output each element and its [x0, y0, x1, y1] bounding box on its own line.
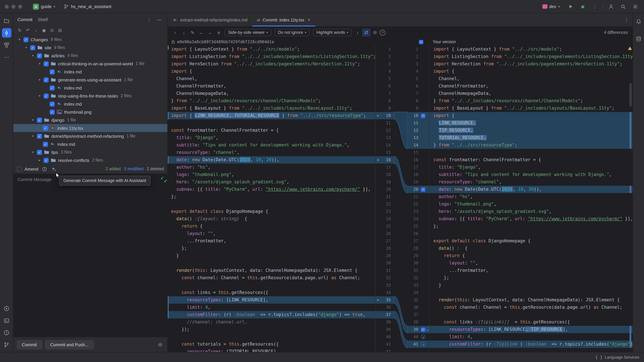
checkbox[interactable]: ✓ [37, 134, 42, 139]
project-tool-icon[interactable] [2, 16, 11, 25]
chevron-down-icon[interactable]: ▾ [38, 62, 42, 65]
tree-row[interactable]: ▾✓dotnet/tips/extract-method-refactoring… [14, 132, 167, 140]
panel-more-icon[interactable]: ⋮ [145, 15, 153, 23]
group-by-icon[interactable]: ⊙ [48, 26, 56, 34]
revert-chunk-icon[interactable]: ↺ [421, 335, 426, 339]
tree-row[interactable]: ▸✓resolve-conflicts2 files [14, 156, 167, 164]
structure-tool-icon[interactable] [2, 40, 11, 50]
previous-file-icon[interactable]: ← [197, 28, 205, 36]
checkbox[interactable]: ✓ [24, 37, 28, 42]
ai-assistant-icon[interactable] [50, 166, 57, 172]
file-list-icon[interactable]: ≡ [215, 28, 223, 36]
user-icon[interactable] [607, 2, 615, 10]
commit-tool-icon[interactable] [2, 28, 11, 37]
tree-row[interactable]: ✓index.11ty.tsx [14, 124, 167, 132]
tree-row[interactable]: ▾✓ai/links4 files [14, 52, 167, 60]
checkbox[interactable]: ✓ [44, 93, 49, 98]
version-control-tool-icon[interactable] [2, 340, 11, 349]
run-config-widget[interactable]: dev ▾ [540, 3, 562, 10]
chunk-checkbox[interactable]: ✓ [421, 187, 425, 192]
refresh-icon[interactable]: ↻ [16, 26, 24, 34]
commit-message-input[interactable]: Commit Message ✓ [14, 174, 167, 337]
hide-panel-icon[interactable]: — [155, 15, 163, 23]
branch-widget[interactable]: hs_new_ai_assistant [61, 3, 114, 10]
checkbox[interactable]: ✓ [50, 85, 55, 90]
checkbox[interactable]: ✓ [37, 150, 42, 155]
debug-button[interactable] [578, 2, 587, 10]
search-icon[interactable] [619, 2, 627, 10]
database-tool-icon[interactable] [634, 34, 643, 43]
chevron-down-icon[interactable]: ▾ [38, 78, 42, 81]
settings-gear-icon[interactable] [631, 2, 639, 10]
tree-row[interactable]: ✓M↓index.md [14, 84, 167, 92]
chunk-checkbox[interactable]: ✓ [421, 113, 425, 118]
chevron-right-icon[interactable]: ▸ [38, 159, 42, 162]
chevron-down-icon[interactable]: ▾ [31, 150, 35, 154]
run-button[interactable] [566, 2, 574, 10]
commit-options-gear-icon[interactable] [156, 341, 164, 349]
warning-icon[interactable] [628, 46, 632, 50]
chunk-marker-icon[interactable]: » [377, 156, 379, 164]
highlight-mode-dropdown[interactable]: Highlight words▾ [313, 29, 352, 36]
show-diff-icon[interactable]: ◉ [40, 26, 48, 34]
chevron-down-icon[interactable]: ▾ [38, 94, 42, 97]
checkbox[interactable]: ✓ [37, 117, 42, 122]
tree-row[interactable]: ✓M↓index.md [14, 100, 167, 108]
window-controls[interactable] [5, 4, 22, 8]
collapse-unchanged-icon[interactable]: ↕ [354, 28, 362, 36]
tab-shelf[interactable]: Shelf [38, 17, 48, 22]
tree-row[interactable]: ✓M↓index.md [14, 68, 167, 76]
tree-row[interactable]: ▾✓generate-tests-using-ai-assistant1 fil… [14, 76, 167, 84]
rollback-icon[interactable]: ↶ [24, 26, 32, 34]
edit-source-icon[interactable]: ✎ [188, 28, 196, 36]
tree-row[interactable]: ✓thumbnail.png [14, 108, 167, 116]
tab-index-md[interactable]: M↓ extract-method-refactoring/index.md [168, 13, 252, 26]
notifications-bell-icon[interactable] [634, 17, 643, 26]
collapse-all-icon[interactable]: ⊟ [56, 26, 64, 34]
commit-button[interactable]: Commit [17, 340, 42, 349]
sync-scroll-icon[interactable] [362, 28, 370, 36]
shelve-icon[interactable]: ↓ [32, 26, 40, 34]
tab-commit-diff[interactable]: ⇄ Commit: index.11ty.tsx ✕ [252, 13, 315, 26]
chunk-checkbox[interactable]: ✓ [421, 327, 425, 332]
more-actions-icon[interactable]: ⋮ [591, 2, 599, 10]
amend-checkbox[interactable]: ✓ [17, 166, 22, 171]
chevron-down-icon[interactable]: ▾ [31, 134, 35, 138]
commit-history-icon[interactable] [41, 166, 48, 172]
chevron-down-icon[interactable]: ▾ [31, 118, 35, 122]
previous-difference-icon[interactable]: ↑ [171, 28, 179, 36]
checkbox[interactable]: ✓ [30, 45, 35, 50]
close-tab-icon[interactable]: ✕ [308, 18, 310, 22]
help-icon[interactable]: ? [380, 30, 386, 35]
revert-chunk-icon[interactable]: ↺ [426, 327, 429, 332]
project-widget[interactable]: G guide ▾ [30, 2, 58, 11]
tree-row[interactable]: ▾✓Changes9 files [14, 35, 167, 43]
tree-row[interactable]: ✓M↓index.md [14, 140, 167, 148]
problems-tool-icon[interactable] [2, 328, 11, 337]
tree-row[interactable]: ▾✓django1 file [14, 116, 167, 124]
chunk-marker-icon[interactable]: » [377, 112, 379, 119]
include-all-checkbox[interactable]: ✓ [419, 40, 423, 44]
checkbox[interactable]: ✓ [43, 125, 48, 131]
checkbox[interactable]: ✓ [44, 158, 49, 163]
checkbox[interactable]: ✓ [50, 101, 55, 106]
chevron-down-icon[interactable]: ▾ [18, 38, 22, 41]
tab-commit[interactable]: Commit [18, 17, 32, 22]
next-file-icon[interactable]: → [206, 28, 214, 36]
viewer-mode-dropdown[interactable]: Side-by-side viewer▾ [225, 29, 271, 36]
checkbox[interactable]: ✓ [43, 142, 48, 147]
tree-row[interactable]: ▾✓stop-uaing-llms-for-these-tasks2 files [14, 92, 167, 100]
tab-list-more-icon[interactable]: ⋮ [622, 16, 630, 24]
commit-and-push-button[interactable]: Commit and Push... [45, 340, 94, 349]
chevron-down-icon[interactable]: ▾ [24, 46, 28, 49]
tree-row[interactable]: ▾✓tips3 files [14, 148, 167, 156]
more-tools-icon[interactable]: ⋯ [2, 52, 11, 62]
tree-row[interactable]: ▾✓critical-thinking-in-an-ai-powered-wor… [14, 60, 167, 68]
scrollbar-marks[interactable] [628, 45, 632, 352]
chunk-marker-icon[interactable]: » [377, 296, 379, 304]
language-services-label[interactable]: Language Services [605, 355, 640, 360]
chevron-down-icon[interactable]: ▾ [31, 54, 35, 57]
run-tool-icon[interactable] [2, 304, 11, 313]
whitespace-dropdown[interactable]: Do not ignore▾ [274, 29, 310, 36]
diff-settings-gear-icon[interactable] [371, 28, 379, 36]
